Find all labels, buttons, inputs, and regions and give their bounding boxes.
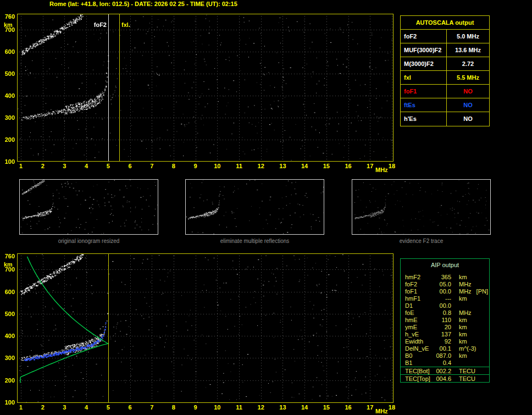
autoscala-window: Rome (lat: +41.8, lon: 012.5) - DATE: 20… — [0, 0, 532, 415]
x-axis-tick-label: 16 — [342, 404, 354, 411]
aip-table-title: AIP output — [401, 259, 489, 274]
parameter-name: ymE — [405, 324, 434, 331]
autoscala-table-title: AUTOSCALA output — [401, 16, 489, 30]
x-axis-tick-label: 3 — [58, 163, 70, 169]
parameter-value: NO — [447, 85, 489, 98]
x-axis-tick-label: 17 — [364, 404, 376, 411]
autoscala-table-row: M(3000)F2 2.72 — [401, 57, 489, 71]
aip-tec-rows: TEC[Bot] 002.2 TECU TEC[Top] 004.6 TECU — [401, 367, 489, 382]
y-axis-tick-label: 500 — [2, 311, 15, 317]
y-axis-tick-label: 760 — [2, 13, 15, 20]
parameter-unit: km — [459, 352, 467, 359]
parameter-value: 00.1 — [434, 345, 451, 352]
parameter-name: h'Es — [401, 112, 447, 126]
aip-table-row: Ewidth 92 km — [401, 338, 489, 345]
y-axis-tick-label: 600 — [2, 48, 15, 55]
parameter-value: 110 — [434, 317, 451, 324]
autoscala-table-row: foF1 NO — [401, 85, 489, 98]
parameter-value: 00.0 — [434, 302, 451, 309]
y-axis-tick-label: 300 — [2, 355, 15, 361]
thumbnail-ionogram-canvas — [185, 179, 324, 235]
x-axis-tick-label: 10 — [211, 404, 223, 411]
aip-table-row: hmF1 --- km — [401, 295, 489, 302]
x-axis-tick-label: 15 — [320, 163, 332, 169]
x-axis-tick-label: 11 — [233, 163, 245, 169]
parameter-value: 2.72 — [447, 57, 489, 70]
x-axis-tick-label: 14 — [298, 404, 311, 411]
parameter-value: 137 — [434, 331, 451, 338]
aip-tec-row: TEC[Bot] 002.2 TECU — [401, 367, 489, 374]
parameter-unit: m^(-3) — [459, 345, 476, 352]
parameter-unit: km — [459, 317, 467, 324]
parameter-value: 13.6 MHz — [447, 43, 489, 57]
autoscala-table-row: fxl 5.5 MHz — [401, 71, 489, 85]
parameter-value: 365 — [434, 274, 451, 281]
x-axis-tick-label: 1 — [15, 404, 27, 411]
parameter-unit: km — [459, 338, 467, 345]
parameter-unit: km — [459, 274, 467, 281]
x-axis-tick-label: 9 — [190, 163, 202, 169]
x-axis-tick-label: 7 — [146, 163, 158, 169]
x-axis-tick-label: 9 — [190, 404, 202, 411]
parameter-name: DelN_vE — [405, 345, 434, 352]
thumbnail-caption: eliminate multiple reflections — [185, 238, 324, 244]
aip-tec-row: TEC[Top] 004.6 TECU — [401, 374, 489, 382]
parameter-value: 20 — [434, 324, 451, 331]
y-axis-tick-label: 760 — [2, 253, 15, 259]
y-axis-unit-label: km — [4, 21, 13, 28]
aip-output-table: AIP output hmF2 365 km foF2 05.0 MHz — [400, 258, 490, 383]
processing-steps-thumbnails: original ionogram resized eliminate mult… — [0, 179, 532, 245]
x-axis-tick-label: 2 — [37, 404, 49, 411]
processing-step-thumbnail: eliminate multiple reflections — [185, 179, 324, 244]
x-axis-unit-label: MHz — [375, 408, 388, 414]
y-axis-unit-label: km — [4, 261, 13, 268]
parameter-name: fxl — [401, 71, 447, 84]
parameter-unit: TECU — [459, 375, 475, 382]
autoscala-table-row: foF2 5.0 MHz — [401, 30, 489, 43]
x-axis-tick-label: 3 — [58, 404, 70, 411]
y-axis-tick-label: 400 — [2, 333, 15, 339]
aip-table-rows: hmF2 365 km foF2 05.0 MHz foF1 00.0 MHz — [401, 274, 489, 367]
autoscala-table-row: MUF(3000)F2 13.6 MHz — [401, 43, 489, 57]
aip-table-row: foF1 00.0 MHz [PN] — [401, 288, 489, 295]
parameter-name: hmF2 — [405, 274, 434, 281]
parameter-unit: km — [459, 324, 467, 331]
y-axis-tick-label: 300 — [2, 114, 15, 121]
processing-step-thumbnail: original ionogram resized — [19, 179, 158, 244]
parameter-name: TEC[Top] — [405, 375, 434, 382]
autoscala-output-table: AUTOSCALA output foF2 5.0 MHz MUF(3000)F… — [400, 15, 490, 126]
x-axis-tick-label: 8 — [168, 404, 180, 411]
fxl-marker-label: fxl. — [121, 21, 130, 28]
x-axis-tick-label: 6 — [124, 404, 136, 411]
parameter-name: foE — [405, 309, 434, 317]
parameter-value: 92 — [434, 338, 451, 345]
foF2-marker-label: foF2 — [90, 21, 107, 28]
ionogram-canvas-top — [18, 14, 393, 161]
aip-table-row: B0 087.0 km — [401, 352, 489, 359]
x-axis-tick-label: 7 — [146, 404, 158, 411]
x-axis-tick-label: 16 — [342, 163, 354, 169]
parameter-name: MUF(3000)F2 — [401, 43, 447, 57]
aip-table-row: hmE 110 km — [401, 317, 489, 324]
parameter-value: 0.8 — [434, 309, 451, 317]
x-axis-tick-label: 5 — [102, 163, 114, 169]
y-axis-tick-label: 200 — [2, 377, 15, 384]
station-date-time-title: Rome (lat: +41.8, lon: 012.5) - DATE: 20… — [49, 1, 237, 7]
thumbnail-caption: original ionogram resized — [19, 238, 158, 244]
parameter-value: 0.4 — [434, 359, 451, 367]
x-axis-tick-label: 1 — [15, 163, 27, 169]
aip-table-row: ymE 20 km — [401, 324, 489, 331]
parameter-unit: TECU — [459, 367, 475, 374]
parameter-value: 05.0 — [434, 281, 451, 288]
x-axis-tick-label: 14 — [298, 163, 311, 169]
parameter-name: foF2 — [405, 281, 434, 288]
parameter-name: B0 — [405, 352, 434, 359]
aip-table-row: B1 0.4 — [401, 359, 489, 367]
ionogram-plot-top: foF2 fxl. — [17, 14, 394, 162]
y-axis-tick-label: 100 — [2, 158, 15, 165]
parameter-name: B1 — [405, 359, 434, 367]
parameter-flag: [PN] — [476, 288, 488, 295]
parameter-value: 5.0 MHz — [447, 30, 489, 43]
x-axis-tick-label: 4 — [80, 404, 92, 411]
y-axis-tick-label: 400 — [2, 92, 15, 99]
